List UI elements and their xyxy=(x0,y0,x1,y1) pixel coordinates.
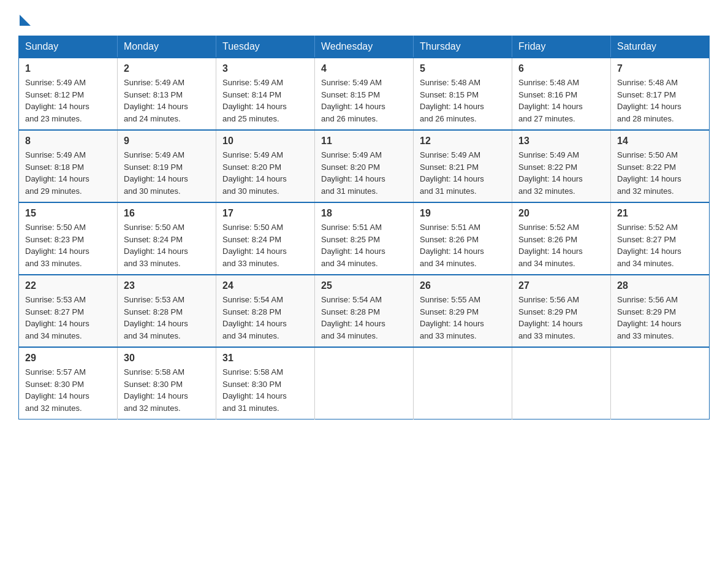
day-number: 20 xyxy=(518,208,604,219)
day-number: 13 xyxy=(518,136,604,147)
calendar-cell: 16Sunrise: 5:50 AMSunset: 8:24 PMDayligh… xyxy=(118,202,216,275)
calendar-cell: 15Sunrise: 5:50 AMSunset: 8:23 PMDayligh… xyxy=(19,202,118,275)
day-number: 4 xyxy=(321,63,407,74)
calendar-cell: 18Sunrise: 5:51 AMSunset: 8:25 PMDayligh… xyxy=(315,202,414,275)
calendar-cell: 22Sunrise: 5:53 AMSunset: 8:27 PMDayligh… xyxy=(19,275,118,347)
day-number: 29 xyxy=(25,353,111,364)
day-info: Sunrise: 5:55 AMSunset: 8:29 PMDaylight:… xyxy=(420,294,506,342)
calendar-cell: 31Sunrise: 5:58 AMSunset: 8:30 PMDayligh… xyxy=(216,347,315,419)
day-number: 6 xyxy=(518,63,604,74)
col-thursday: Thursday xyxy=(414,36,512,58)
day-number: 5 xyxy=(420,63,506,74)
day-info: Sunrise: 5:49 AMSunset: 8:19 PMDaylight:… xyxy=(124,149,210,197)
day-info: Sunrise: 5:56 AMSunset: 8:29 PMDaylight:… xyxy=(617,294,703,342)
calendar-cell: 25Sunrise: 5:54 AMSunset: 8:28 PMDayligh… xyxy=(315,275,414,347)
calendar-cell: 30Sunrise: 5:58 AMSunset: 8:30 PMDayligh… xyxy=(118,347,216,419)
day-number: 31 xyxy=(222,353,308,364)
day-number: 2 xyxy=(124,63,210,74)
calendar-header-row: Sunday Monday Tuesday Wednesday Thursday… xyxy=(19,36,710,58)
day-info: Sunrise: 5:49 AMSunset: 8:15 PMDaylight:… xyxy=(321,77,407,124)
calendar-cell: 24Sunrise: 5:54 AMSunset: 8:28 PMDayligh… xyxy=(216,275,315,347)
calendar-cell xyxy=(315,347,414,419)
calendar-cell: 3Sunrise: 5:49 AMSunset: 8:14 PMDaylight… xyxy=(216,58,315,130)
calendar-cell: 11Sunrise: 5:49 AMSunset: 8:20 PMDayligh… xyxy=(315,130,414,202)
day-info: Sunrise: 5:50 AMSunset: 8:22 PMDaylight:… xyxy=(617,149,703,197)
day-info: Sunrise: 5:50 AMSunset: 8:23 PMDaylight:… xyxy=(25,221,111,269)
day-number: 26 xyxy=(420,280,506,291)
logo xyxy=(18,12,31,26)
day-info: Sunrise: 5:51 AMSunset: 8:26 PMDaylight:… xyxy=(420,221,506,269)
day-info: Sunrise: 5:49 AMSunset: 8:12 PMDaylight:… xyxy=(25,77,111,124)
day-number: 15 xyxy=(25,208,111,219)
day-number: 8 xyxy=(25,136,111,147)
calendar-cell: 23Sunrise: 5:53 AMSunset: 8:28 PMDayligh… xyxy=(118,275,216,347)
day-info: Sunrise: 5:49 AMSunset: 8:18 PMDaylight:… xyxy=(25,149,111,197)
calendar-week-row: 15Sunrise: 5:50 AMSunset: 8:23 PMDayligh… xyxy=(19,202,710,275)
day-number: 22 xyxy=(25,280,111,291)
day-number: 30 xyxy=(124,353,210,364)
calendar-cell: 8Sunrise: 5:49 AMSunset: 8:18 PMDaylight… xyxy=(19,130,118,202)
day-info: Sunrise: 5:57 AMSunset: 8:30 PMDaylight:… xyxy=(25,366,111,414)
calendar-cell: 17Sunrise: 5:50 AMSunset: 8:24 PMDayligh… xyxy=(216,202,315,275)
day-info: Sunrise: 5:56 AMSunset: 8:29 PMDaylight:… xyxy=(518,294,604,342)
day-info: Sunrise: 5:48 AMSunset: 8:17 PMDaylight:… xyxy=(617,77,703,124)
day-info: Sunrise: 5:49 AMSunset: 8:21 PMDaylight:… xyxy=(420,149,506,197)
col-tuesday: Tuesday xyxy=(216,36,315,58)
day-info: Sunrise: 5:54 AMSunset: 8:28 PMDaylight:… xyxy=(222,294,308,342)
day-info: Sunrise: 5:49 AMSunset: 8:20 PMDaylight:… xyxy=(321,149,407,197)
calendar-week-row: 29Sunrise: 5:57 AMSunset: 8:30 PMDayligh… xyxy=(19,347,710,419)
calendar-cell: 2Sunrise: 5:49 AMSunset: 8:13 PMDaylight… xyxy=(118,58,216,130)
day-info: Sunrise: 5:53 AMSunset: 8:28 PMDaylight:… xyxy=(124,294,210,342)
calendar-cell: 29Sunrise: 5:57 AMSunset: 8:30 PMDayligh… xyxy=(19,347,118,419)
day-number: 10 xyxy=(222,136,308,147)
day-info: Sunrise: 5:58 AMSunset: 8:30 PMDaylight:… xyxy=(124,366,210,414)
col-saturday: Saturday xyxy=(611,36,710,58)
day-info: Sunrise: 5:52 AMSunset: 8:27 PMDaylight:… xyxy=(617,221,703,269)
day-number: 7 xyxy=(617,63,703,74)
calendar-cell: 14Sunrise: 5:50 AMSunset: 8:22 PMDayligh… xyxy=(611,130,710,202)
day-info: Sunrise: 5:48 AMSunset: 8:15 PMDaylight:… xyxy=(420,77,506,124)
day-info: Sunrise: 5:49 AMSunset: 8:13 PMDaylight:… xyxy=(124,77,210,124)
logo-arrow-icon xyxy=(20,15,31,26)
calendar-cell xyxy=(414,347,512,419)
calendar-cell xyxy=(512,347,611,419)
day-info: Sunrise: 5:49 AMSunset: 8:14 PMDaylight:… xyxy=(222,77,308,124)
calendar-cell: 6Sunrise: 5:48 AMSunset: 8:16 PMDaylight… xyxy=(512,58,611,130)
calendar-cell xyxy=(611,347,710,419)
day-info: Sunrise: 5:51 AMSunset: 8:25 PMDaylight:… xyxy=(321,221,407,269)
calendar-cell: 9Sunrise: 5:49 AMSunset: 8:19 PMDaylight… xyxy=(118,130,216,202)
day-number: 23 xyxy=(124,280,210,291)
day-number: 27 xyxy=(518,280,604,291)
calendar-week-row: 8Sunrise: 5:49 AMSunset: 8:18 PMDaylight… xyxy=(19,130,710,202)
calendar-week-row: 22Sunrise: 5:53 AMSunset: 8:27 PMDayligh… xyxy=(19,275,710,347)
calendar-cell: 27Sunrise: 5:56 AMSunset: 8:29 PMDayligh… xyxy=(512,275,611,347)
col-wednesday: Wednesday xyxy=(315,36,414,58)
day-info: Sunrise: 5:54 AMSunset: 8:28 PMDaylight:… xyxy=(321,294,407,342)
calendar-cell: 5Sunrise: 5:48 AMSunset: 8:15 PMDaylight… xyxy=(414,58,512,130)
day-number: 18 xyxy=(321,208,407,219)
day-number: 21 xyxy=(617,208,703,219)
col-sunday: Sunday xyxy=(19,36,118,58)
col-monday: Monday xyxy=(118,36,216,58)
day-info: Sunrise: 5:58 AMSunset: 8:30 PMDaylight:… xyxy=(222,366,308,414)
day-info: Sunrise: 5:48 AMSunset: 8:16 PMDaylight:… xyxy=(518,77,604,124)
calendar-cell: 1Sunrise: 5:49 AMSunset: 8:12 PMDaylight… xyxy=(19,58,118,130)
day-info: Sunrise: 5:50 AMSunset: 8:24 PMDaylight:… xyxy=(222,221,308,269)
day-number: 11 xyxy=(321,136,407,147)
calendar-table: Sunday Monday Tuesday Wednesday Thursday… xyxy=(18,36,710,419)
calendar-cell: 10Sunrise: 5:49 AMSunset: 8:20 PMDayligh… xyxy=(216,130,315,202)
day-info: Sunrise: 5:52 AMSunset: 8:26 PMDaylight:… xyxy=(518,221,604,269)
day-number: 9 xyxy=(124,136,210,147)
day-number: 28 xyxy=(617,280,703,291)
page-header xyxy=(18,12,710,26)
day-info: Sunrise: 5:49 AMSunset: 8:22 PMDaylight:… xyxy=(518,149,604,197)
calendar-week-row: 1Sunrise: 5:49 AMSunset: 8:12 PMDaylight… xyxy=(19,58,710,130)
col-friday: Friday xyxy=(512,36,611,58)
calendar-cell: 20Sunrise: 5:52 AMSunset: 8:26 PMDayligh… xyxy=(512,202,611,275)
calendar-cell: 7Sunrise: 5:48 AMSunset: 8:17 PMDaylight… xyxy=(611,58,710,130)
day-number: 1 xyxy=(25,63,111,74)
calendar-cell: 28Sunrise: 5:56 AMSunset: 8:29 PMDayligh… xyxy=(611,275,710,347)
day-number: 25 xyxy=(321,280,407,291)
day-number: 3 xyxy=(222,63,308,74)
day-info: Sunrise: 5:49 AMSunset: 8:20 PMDaylight:… xyxy=(222,149,308,197)
